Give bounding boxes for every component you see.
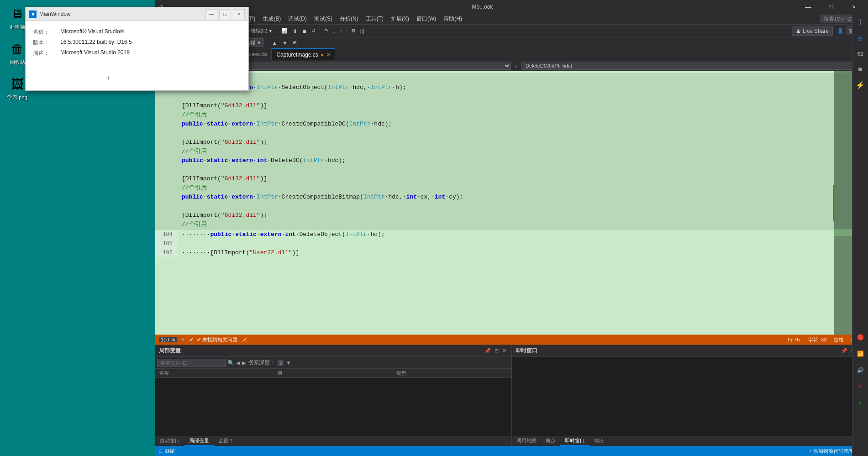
tab-close-button[interactable]: ✕ bbox=[326, 52, 330, 57]
tb2-sep-2 bbox=[267, 38, 267, 47]
tab-callstack[interactable]: 调用堆栈 bbox=[512, 436, 541, 446]
zoom-dropdown-icon[interactable]: ▼ bbox=[180, 337, 185, 342]
menu-bar: 文件(F) 编辑(E) 视图(V) 项目(P) 生成(B) 调试(D) 测试(S… bbox=[155, 14, 868, 25]
vs-maximize-button[interactable]: □ bbox=[821, 0, 842, 14]
rs-icon-x-red[interactable]: ✕ bbox=[853, 379, 868, 394]
tb-profile-btn[interactable]: 👤 bbox=[836, 27, 846, 35]
panel-immediate-pin[interactable]: 📌 bbox=[840, 348, 849, 354]
tab-auto-window[interactable]: 自动窗口 bbox=[155, 436, 184, 446]
panel-locals-dock[interactable]: ⊡ bbox=[493, 348, 500, 354]
rs-icon-notifications[interactable]: 🔴 bbox=[853, 330, 868, 345]
immediate-tab-bar: 调用堆栈 断点 即时窗口 输出 bbox=[512, 436, 868, 446]
code-line: //个引用 bbox=[155, 110, 868, 120]
panel-immediate-header: 即时窗口 📌 ⊡ ✕ bbox=[512, 345, 868, 357]
about-minimize-button[interactable]: — bbox=[205, 9, 217, 19]
tab-immediate-window[interactable]: 即时窗口 bbox=[560, 436, 589, 446]
panel-locals-controls: 📌 ⊡ ✕ bbox=[483, 348, 508, 354]
rs-icon-edge[interactable]: e bbox=[853, 31, 868, 46]
about-window: ■ MainWindow — □ × 名称： Microsoft® Visual… bbox=[25, 7, 249, 91]
tb-step-over-btn[interactable]: ↷ bbox=[322, 27, 330, 35]
panel-locals-close[interactable]: ✕ bbox=[501, 348, 508, 354]
change-indicator bbox=[833, 71, 834, 335]
branch-icon: ⎇ bbox=[241, 337, 247, 343]
immediate-content[interactable] bbox=[512, 357, 868, 436]
depth-dropdown[interactable]: ▼ bbox=[286, 360, 291, 366]
code-editor[interactable]: //个引用 public·static·extern·IntPtr·Select… bbox=[155, 71, 868, 335]
final-status-text: 就绪 bbox=[165, 448, 175, 455]
live-share-icon: ♟ bbox=[796, 28, 801, 34]
menu-analyze[interactable]: 分析(N) bbox=[336, 14, 362, 24]
live-share-button[interactable]: ♟ ♟ Live Share Live Share bbox=[792, 26, 833, 36]
computer-icon: 🖥 bbox=[8, 5, 26, 23]
menu-window[interactable]: 窗口(W) bbox=[413, 14, 440, 24]
code-line: public·static·extern·IntPtr·SelectObject… bbox=[155, 83, 868, 92]
locals-table-header: 名称 值 类型 bbox=[155, 369, 511, 378]
code-content: //个引用 public·static·extern·IntPtr·Select… bbox=[155, 71, 868, 335]
menu-help[interactable]: 帮助(H) bbox=[440, 14, 466, 24]
tab-output[interactable]: 输出 bbox=[589, 436, 609, 446]
spaces-info: 空格 bbox=[834, 336, 844, 343]
tab-breakpoints[interactable]: 断点 bbox=[541, 436, 560, 446]
rs-icon-t[interactable]: T bbox=[853, 16, 868, 30]
computer-icon-label: 此电脑 bbox=[10, 24, 25, 31]
breadcrumb-bar: ◀ MouseHook.CaptureImage ⬦ DeleteDC(IntP… bbox=[155, 60, 868, 71]
tb-start-diag-btn[interactable]: 📊 bbox=[279, 27, 289, 35]
recycle-icon-label: 回收站 bbox=[10, 59, 25, 66]
about-row-desc: 描述： Microsoft Visual Studio 2019 bbox=[33, 49, 241, 57]
col-name: 名称 bbox=[155, 369, 274, 377]
locals-nav-fwd[interactable]: ▶ bbox=[242, 360, 246, 366]
tb-step-out-btn[interactable]: ↑ bbox=[338, 27, 344, 35]
method-selector[interactable]: DeleteDC(IntPtr hdc) bbox=[521, 62, 865, 70]
about-title-bar: ■ MainWindow — □ × bbox=[26, 7, 248, 21]
about-name-value: Microsoft® Visual Studio® bbox=[60, 28, 124, 36]
code-line: //个引用 bbox=[155, 74, 868, 83]
about-close-button[interactable]: × bbox=[233, 9, 245, 19]
tb-restart-btn[interactable]: ↺ bbox=[310, 27, 317, 35]
title-bar: ⚙ Mo...ook — □ × bbox=[155, 0, 868, 14]
recycle-icon: 🗑 bbox=[8, 40, 26, 58]
about-desc-label: 描述： bbox=[33, 49, 60, 57]
tb-step-into-btn[interactable]: ↓ bbox=[331, 27, 337, 35]
vs-minimize-button[interactable]: — bbox=[798, 0, 819, 14]
tb-nav-ext[interactable]: ⊕ bbox=[291, 39, 299, 47]
tab-captureimage-cs[interactable]: CaptureImage.cs ● ✕ bbox=[272, 48, 335, 60]
add-to-source-control[interactable]: ↑ 添加到源代码管理 bbox=[809, 448, 853, 455]
vs-close-button[interactable]: × bbox=[843, 0, 864, 14]
tb-extra-1[interactable]: ⚙ bbox=[349, 27, 358, 35]
vs-win-controls: — □ × bbox=[798, 0, 864, 14]
char-info: 字符: 33 bbox=[808, 336, 826, 343]
code-line bbox=[155, 202, 868, 211]
rs-icon-sound[interactable]: 🔊 bbox=[853, 363, 868, 377]
about-version-label: 版本： bbox=[33, 39, 60, 47]
rs-icon-s2[interactable]: S2 bbox=[853, 47, 868, 61]
panel-locals-pin[interactable]: 📌 bbox=[483, 348, 492, 354]
menu-debug[interactable]: 调试(D) bbox=[284, 14, 310, 24]
tab-watch-1[interactable]: 监视 1 bbox=[214, 436, 237, 446]
tb-extra-2[interactable]: ||| bbox=[358, 27, 366, 35]
rs-icon-green-dot[interactable]: ● bbox=[853, 396, 868, 410]
rs-icon-box[interactable]: ■ bbox=[853, 62, 868, 77]
tb-stop-btn[interactable]: ⏹ bbox=[300, 27, 309, 35]
tb-nav-down[interactable]: ▼ bbox=[281, 39, 289, 47]
tb-sep-4 bbox=[277, 26, 277, 36]
locals-search-input[interactable] bbox=[157, 359, 226, 367]
rs-icon-wifi[interactable]: 📶 bbox=[853, 346, 868, 361]
search-icon-locals: 🔍 bbox=[227, 360, 234, 366]
toolbar-debug: ⚡ 生命周期事件 线程： [6792] 主线程 ▼ ▲ ▼ ⊕ bbox=[155, 37, 868, 48]
code-line: [DllImport("Gdi32.dll")] bbox=[155, 101, 868, 110]
menu-build[interactable]: 生成(B) bbox=[259, 14, 284, 24]
about-maximize-button[interactable]: □ bbox=[219, 9, 231, 19]
menu-test[interactable]: 测试(S) bbox=[310, 14, 336, 24]
locals-nav-back[interactable]: ◀ bbox=[236, 360, 240, 366]
panel-locals: 局部变量 📌 ⊡ ✕ 🔍 ◀ ▶ 搜索深度： 3 bbox=[155, 345, 512, 436]
tb-nav-up[interactable]: ▲ bbox=[270, 39, 279, 47]
status-left: 110 % ▼ ✔ ✔ 未找到相关问题 ⎇ bbox=[159, 336, 784, 343]
rs-icon-settings[interactable]: ⚡ bbox=[853, 78, 868, 92]
tb-sep-6 bbox=[347, 26, 347, 36]
code-line: //个引用 bbox=[155, 183, 868, 193]
tb-pause-btn[interactable]: ⏸ bbox=[290, 27, 299, 35]
menu-extensions[interactable]: 扩展(X) bbox=[387, 14, 413, 24]
about-cursor: + bbox=[106, 73, 111, 83]
menu-tools[interactable]: 工具(T) bbox=[362, 14, 387, 24]
tab-locals[interactable]: 局部变量 bbox=[184, 436, 214, 446]
